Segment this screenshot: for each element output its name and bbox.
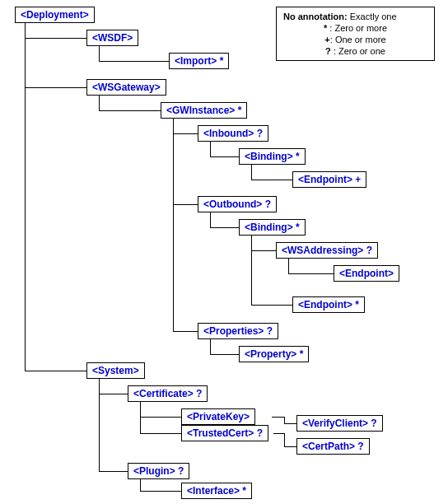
legend-title-desc: Exactly one <box>350 12 397 21</box>
legend-sym-2: ? <box>325 46 331 56</box>
node-endpoint-in: <Endpoint> + <box>292 171 366 188</box>
node-gwinstance: <GWInstance> * <box>161 102 247 119</box>
node-trustedcert: <TrustedCert> ? <box>181 425 268 441</box>
node-certpath: <CertPath> ? <box>296 438 370 455</box>
node-outbound: <Outbound> ? <box>198 196 277 212</box>
node-verifyclient: <VerifyClient> ? <box>296 415 383 432</box>
legend-desc-2: Zero or one <box>338 46 385 56</box>
legend-sym-0: * <box>324 23 327 33</box>
node-wsdf: <WSDF> <box>86 30 138 46</box>
legend-sym-1: + <box>324 35 329 44</box>
node-binding-out: <Binding> * <box>239 219 306 236</box>
legend-box: No annotation: Exactly one * : Zero or m… <box>276 7 435 61</box>
node-property: <Property> * <box>239 346 309 362</box>
node-wsaddressing: <WSAddressing> ? <box>276 242 378 259</box>
node-deployment: <Deployment> <box>15 7 95 23</box>
legend-desc-1: One or more <box>335 35 386 44</box>
node-import: <Import> * <box>169 53 229 69</box>
legend-desc-0: Zero or more <box>334 23 387 33</box>
node-inbound: <Inbound> ? <box>198 125 268 142</box>
node-wsgateway: <WSGateway> <box>86 79 166 96</box>
node-properties: <Properties> ? <box>198 323 278 339</box>
node-privatekey: <PrivateKey> <box>181 408 255 425</box>
node-endpoint-wsa: <Endpoint> <box>334 265 399 282</box>
node-interface: <Interface> * <box>181 483 252 499</box>
node-certificate: <Certificate> ? <box>128 385 208 402</box>
node-binding-in: <Binding> * <box>239 148 306 165</box>
node-system: <System> <box>86 362 145 379</box>
node-plugin: <Plugin> ? <box>128 463 189 479</box>
legend-title: No annotation: <box>283 12 348 21</box>
node-endpoint-out: <Endpoint> * <box>292 296 365 313</box>
